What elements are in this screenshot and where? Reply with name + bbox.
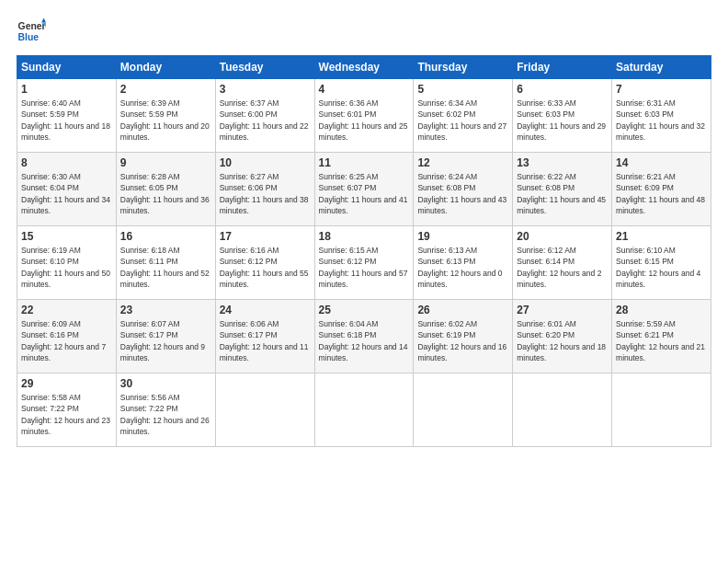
day-number: 20 <box>517 230 608 243</box>
day-detail: Sunrise: 5:56 AMSunset: 7:22 PMDaylight:… <box>120 393 210 436</box>
day-number: 1 <box>21 83 112 96</box>
weekday-header-row: Sunday Monday Tuesday Wednesday Thursday… <box>17 56 711 79</box>
day-detail: Sunrise: 5:58 AMSunset: 7:22 PMDaylight:… <box>21 393 110 436</box>
header-tuesday: Tuesday <box>215 56 314 79</box>
day-number: 22 <box>21 304 112 316</box>
day-number: 24 <box>220 304 311 316</box>
day-detail: Sunrise: 6:21 AMSunset: 6:09 PMDaylight:… <box>616 172 705 215</box>
calendar-cell: 22 Sunrise: 6:09 AMSunset: 6:16 PMDaylig… <box>17 300 117 373</box>
day-number: 8 <box>21 156 112 169</box>
day-detail: Sunrise: 6:36 AMSunset: 6:01 PMDaylight:… <box>319 98 408 142</box>
day-detail: Sunrise: 6:39 AMSunset: 5:59 PMDaylight:… <box>120 98 210 142</box>
svg-text:General: General <box>18 21 46 31</box>
calendar-cell: 21 Sunrise: 6:10 AMSunset: 6:15 PMDaylig… <box>612 226 711 300</box>
svg-marker-2 <box>41 18 46 23</box>
calendar-cell: 7 Sunrise: 6:31 AMSunset: 6:03 PMDayligh… <box>612 79 711 153</box>
calendar-cell: 27 Sunrise: 6:01 AMSunset: 6:20 PMDaylig… <box>513 300 612 373</box>
day-number: 7 <box>616 83 707 96</box>
day-detail: Sunrise: 6:02 AMSunset: 6:19 PMDaylight:… <box>417 319 506 362</box>
header-wednesday: Wednesday <box>314 56 414 79</box>
day-detail: Sunrise: 6:25 AMSunset: 6:07 PMDaylight:… <box>319 172 408 215</box>
day-number: 9 <box>120 156 211 169</box>
day-number: 26 <box>417 304 508 316</box>
day-detail: Sunrise: 6:15 AMSunset: 6:12 PMDaylight:… <box>319 246 408 289</box>
page: General Blue Sunday Monday Tuesday Wedne… <box>0 0 728 563</box>
calendar-cell: 5 Sunrise: 6:34 AMSunset: 6:02 PMDayligh… <box>414 79 513 153</box>
calendar-cell: 14 Sunrise: 6:21 AMSunset: 6:09 PMDaylig… <box>612 153 711 226</box>
calendar-cell: 2 Sunrise: 6:39 AMSunset: 5:59 PMDayligh… <box>116 79 215 153</box>
calendar-cell: 18 Sunrise: 6:15 AMSunset: 6:12 PMDaylig… <box>314 226 414 300</box>
header-friday: Friday <box>513 56 612 79</box>
calendar-cell: 6 Sunrise: 6:33 AMSunset: 6:03 PMDayligh… <box>513 79 612 153</box>
day-number: 16 <box>120 230 211 243</box>
calendar-cell: 13 Sunrise: 6:22 AMSunset: 6:08 PMDaylig… <box>513 153 612 226</box>
calendar-cell: 20 Sunrise: 6:12 AMSunset: 6:14 PMDaylig… <box>513 226 612 300</box>
day-number: 10 <box>220 156 311 169</box>
day-detail: Sunrise: 6:24 AMSunset: 6:08 PMDaylight:… <box>417 172 506 215</box>
day-number: 17 <box>220 230 311 243</box>
day-number: 2 <box>120 83 211 96</box>
calendar-cell: 8 Sunrise: 6:30 AMSunset: 6:04 PMDayligh… <box>17 153 117 226</box>
calendar-week-row: 29 Sunrise: 5:58 AMSunset: 7:22 PMDaylig… <box>17 373 711 447</box>
day-number: 14 <box>616 156 707 169</box>
calendar-cell: 1 Sunrise: 6:40 AMSunset: 5:59 PMDayligh… <box>17 79 117 153</box>
day-detail: Sunrise: 6:13 AMSunset: 6:13 PMDaylight:… <box>417 246 502 289</box>
calendar-cell: 9 Sunrise: 6:28 AMSunset: 6:05 PMDayligh… <box>116 153 215 226</box>
day-number: 28 <box>616 304 707 316</box>
calendar-cell: 10 Sunrise: 6:27 AMSunset: 6:06 PMDaylig… <box>215 153 314 226</box>
day-detail: Sunrise: 6:16 AMSunset: 6:12 PMDaylight:… <box>220 246 309 289</box>
day-detail: Sunrise: 6:07 AMSunset: 6:17 PMDaylight:… <box>120 319 205 362</box>
calendar-week-row: 22 Sunrise: 6:09 AMSunset: 6:16 PMDaylig… <box>17 300 711 373</box>
calendar-cell: 24 Sunrise: 6:06 AMSunset: 6:17 PMDaylig… <box>215 300 314 373</box>
day-number: 30 <box>120 377 211 390</box>
day-detail: Sunrise: 6:12 AMSunset: 6:14 PMDaylight:… <box>517 246 601 289</box>
day-number: 21 <box>616 230 707 243</box>
day-detail: Sunrise: 6:01 AMSunset: 6:20 PMDaylight:… <box>517 319 606 362</box>
calendar-cell: 25 Sunrise: 6:04 AMSunset: 6:18 PMDaylig… <box>314 300 414 373</box>
day-number: 29 <box>21 377 112 390</box>
logo: General Blue <box>17 17 46 46</box>
calendar-cell: 30 Sunrise: 5:56 AMSunset: 7:22 PMDaylig… <box>116 373 215 447</box>
calendar-week-row: 15 Sunrise: 6:19 AMSunset: 6:10 PMDaylig… <box>17 226 711 300</box>
day-detail: Sunrise: 6:18 AMSunset: 6:11 PMDaylight:… <box>120 246 210 289</box>
day-detail: Sunrise: 6:06 AMSunset: 6:17 PMDaylight:… <box>220 319 309 362</box>
day-number: 3 <box>220 83 311 96</box>
calendar-cell: 3 Sunrise: 6:37 AMSunset: 6:00 PMDayligh… <box>215 79 314 153</box>
day-number: 23 <box>120 304 211 316</box>
day-number: 15 <box>21 230 112 243</box>
day-detail: Sunrise: 5:59 AMSunset: 6:21 PMDaylight:… <box>616 319 705 362</box>
day-number: 13 <box>517 156 608 169</box>
calendar-cell: 12 Sunrise: 6:24 AMSunset: 6:08 PMDaylig… <box>414 153 513 226</box>
calendar-cell <box>612 373 711 447</box>
calendar-cell <box>414 373 513 447</box>
day-detail: Sunrise: 6:09 AMSunset: 6:16 PMDaylight:… <box>21 319 106 362</box>
header-thursday: Thursday <box>414 56 513 79</box>
calendar-cell <box>513 373 612 447</box>
header-saturday: Saturday <box>612 56 711 79</box>
day-number: 11 <box>319 156 410 169</box>
day-number: 6 <box>517 83 608 96</box>
day-detail: Sunrise: 6:04 AMSunset: 6:18 PMDaylight:… <box>319 319 408 362</box>
day-detail: Sunrise: 6:22 AMSunset: 6:08 PMDaylight:… <box>517 172 606 215</box>
day-detail: Sunrise: 6:31 AMSunset: 6:03 PMDaylight:… <box>616 98 705 142</box>
calendar-cell: 15 Sunrise: 6:19 AMSunset: 6:10 PMDaylig… <box>17 226 117 300</box>
day-detail: Sunrise: 6:19 AMSunset: 6:10 PMDaylight:… <box>21 246 110 289</box>
calendar-cell: 28 Sunrise: 5:59 AMSunset: 6:21 PMDaylig… <box>612 300 711 373</box>
day-detail: Sunrise: 6:37 AMSunset: 6:00 PMDaylight:… <box>220 98 309 142</box>
day-number: 19 <box>417 230 508 243</box>
calendar-table: Sunday Monday Tuesday Wednesday Thursday… <box>17 55 711 447</box>
day-detail: Sunrise: 6:27 AMSunset: 6:06 PMDaylight:… <box>220 172 309 215</box>
calendar-cell: 11 Sunrise: 6:25 AMSunset: 6:07 PMDaylig… <box>314 153 414 226</box>
calendar-week-row: 8 Sunrise: 6:30 AMSunset: 6:04 PMDayligh… <box>17 153 711 226</box>
day-detail: Sunrise: 6:33 AMSunset: 6:03 PMDaylight:… <box>517 98 606 142</box>
day-number: 27 <box>517 304 608 316</box>
calendar-cell: 4 Sunrise: 6:36 AMSunset: 6:01 PMDayligh… <box>314 79 414 153</box>
day-number: 12 <box>417 156 508 169</box>
header-sunday: Sunday <box>17 56 117 79</box>
day-number: 5 <box>417 83 508 96</box>
day-detail: Sunrise: 6:10 AMSunset: 6:15 PMDaylight:… <box>616 246 700 289</box>
calendar-week-row: 1 Sunrise: 6:40 AMSunset: 5:59 PMDayligh… <box>17 79 711 153</box>
day-detail: Sunrise: 6:34 AMSunset: 6:02 PMDaylight:… <box>417 98 506 142</box>
day-detail: Sunrise: 6:40 AMSunset: 5:59 PMDaylight:… <box>21 98 110 142</box>
day-detail: Sunrise: 6:28 AMSunset: 6:05 PMDaylight:… <box>120 172 210 215</box>
